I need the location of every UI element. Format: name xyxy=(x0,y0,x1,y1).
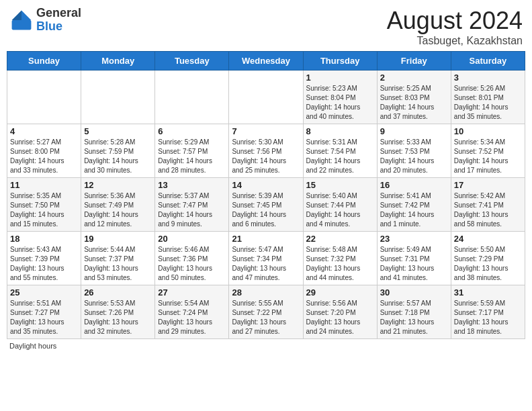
calendar-cell-w1-d2 xyxy=(81,71,155,124)
logo: General Blue xyxy=(9,7,81,34)
calendar-cell-w4-d3: 20Sunrise: 5:46 AMSunset: 7:36 PMDayligh… xyxy=(155,232,229,285)
day-number: 4 xyxy=(10,126,78,136)
col-thursday: Thursday xyxy=(303,52,377,71)
day-info: Sunrise: 5:30 AMSunset: 7:56 PMDaylight:… xyxy=(232,138,300,175)
calendar-table: Sunday Monday Tuesday Wednesday Thursday… xyxy=(7,51,525,339)
day-info: Sunrise: 5:44 AMSunset: 7:37 PMDaylight:… xyxy=(84,245,152,283)
day-info: Sunrise: 5:37 AMSunset: 7:47 PMDaylight:… xyxy=(158,191,226,229)
day-number: 10 xyxy=(454,126,522,136)
calendar-cell-w2-d7: 10Sunrise: 5:34 AMSunset: 7:52 PMDayligh… xyxy=(451,124,525,178)
calendar-cell-w3-d5: 15Sunrise: 5:40 AMSunset: 7:44 PMDayligh… xyxy=(303,178,377,232)
svg-rect-2 xyxy=(12,20,32,30)
day-info: Sunrise: 5:42 AMSunset: 7:41 PMDaylight:… xyxy=(454,191,522,229)
day-number: 30 xyxy=(380,287,448,298)
calendar-cell-w3-d7: 17Sunrise: 5:42 AMSunset: 7:41 PMDayligh… xyxy=(451,178,525,232)
day-info: Sunrise: 5:40 AMSunset: 7:44 PMDaylight:… xyxy=(306,191,374,229)
day-info: Sunrise: 5:57 AMSunset: 7:18 PMDaylight:… xyxy=(380,299,448,336)
calendar-week-5: 25Sunrise: 5:51 AMSunset: 7:27 PMDayligh… xyxy=(7,285,525,339)
day-info: Sunrise: 5:34 AMSunset: 7:52 PMDaylight:… xyxy=(454,138,522,175)
day-number: 2 xyxy=(380,73,448,83)
logo-icon xyxy=(9,8,34,32)
day-number: 19 xyxy=(84,234,152,244)
day-info: Sunrise: 5:36 AMSunset: 7:49 PMDaylight:… xyxy=(84,191,152,229)
day-number: 13 xyxy=(158,180,226,190)
day-info: Sunrise: 5:28 AMSunset: 7:59 PMDaylight:… xyxy=(84,138,152,175)
daylight-label: Daylight hours xyxy=(9,342,56,350)
day-info: Sunrise: 5:48 AMSunset: 7:32 PMDaylight:… xyxy=(306,245,374,283)
logo-text: General Blue xyxy=(36,7,81,34)
calendar-cell-w5-d6: 30Sunrise: 5:57 AMSunset: 7:18 PMDayligh… xyxy=(377,285,451,339)
day-info: Sunrise: 5:56 AMSunset: 7:20 PMDaylight:… xyxy=(306,299,374,336)
day-number: 21 xyxy=(232,234,300,244)
col-saturday: Saturday xyxy=(451,52,525,71)
day-info: Sunrise: 5:53 AMSunset: 7:26 PMDaylight:… xyxy=(84,299,152,336)
calendar-cell-w5-d5: 29Sunrise: 5:56 AMSunset: 7:20 PMDayligh… xyxy=(303,285,377,339)
day-info: Sunrise: 5:41 AMSunset: 7:42 PMDaylight:… xyxy=(380,191,448,229)
day-info: Sunrise: 5:31 AMSunset: 7:54 PMDaylight:… xyxy=(306,138,374,175)
day-info: Sunrise: 5:35 AMSunset: 7:50 PMDaylight:… xyxy=(10,191,78,229)
calendar-week-4: 18Sunrise: 5:43 AMSunset: 7:39 PMDayligh… xyxy=(7,232,525,285)
day-number: 3 xyxy=(454,73,522,83)
col-friday: Friday xyxy=(377,52,451,71)
day-number: 22 xyxy=(306,234,374,244)
day-number: 15 xyxy=(306,180,374,190)
calendar-cell-w2-d2: 5Sunrise: 5:28 AMSunset: 7:59 PMDaylight… xyxy=(81,124,155,178)
calendar-title: August 2024 xyxy=(387,7,523,35)
day-number: 17 xyxy=(454,180,522,190)
day-number: 24 xyxy=(454,234,522,244)
calendar-cell-w5-d7: 31Sunrise: 5:59 AMSunset: 7:17 PMDayligh… xyxy=(451,285,525,339)
day-info: Sunrise: 5:55 AMSunset: 7:22 PMDaylight:… xyxy=(232,299,300,336)
day-number: 18 xyxy=(10,234,78,244)
calendar-cell-w2-d5: 8Sunrise: 5:31 AMSunset: 7:54 PMDaylight… xyxy=(303,124,377,178)
day-info: Sunrise: 5:43 AMSunset: 7:39 PMDaylight:… xyxy=(10,245,78,283)
page-header: General Blue August 2024 Tasbuget, Kazak… xyxy=(7,7,525,47)
day-number: 12 xyxy=(84,180,152,190)
day-info: Sunrise: 5:29 AMSunset: 7:57 PMDaylight:… xyxy=(158,138,226,175)
day-info: Sunrise: 5:39 AMSunset: 7:45 PMDaylight:… xyxy=(232,191,300,229)
calendar-cell-w2-d4: 7Sunrise: 5:30 AMSunset: 7:56 PMDaylight… xyxy=(229,124,303,178)
calendar-cell-w5-d4: 28Sunrise: 5:55 AMSunset: 7:22 PMDayligh… xyxy=(229,285,303,339)
calendar-cell-w4-d7: 24Sunrise: 5:50 AMSunset: 7:29 PMDayligh… xyxy=(451,232,525,285)
day-number: 7 xyxy=(232,126,300,136)
day-number: 31 xyxy=(454,287,522,298)
day-number: 14 xyxy=(232,180,300,190)
day-number: 23 xyxy=(380,234,448,244)
day-info: Sunrise: 5:47 AMSunset: 7:34 PMDaylight:… xyxy=(232,245,300,283)
calendar-week-1: 1Sunrise: 5:23 AMSunset: 8:04 PMDaylight… xyxy=(7,71,525,124)
svg-marker-1 xyxy=(12,10,21,19)
day-number: 9 xyxy=(380,126,448,136)
calendar-cell-w2-d6: 9Sunrise: 5:33 AMSunset: 7:53 PMDaylight… xyxy=(377,124,451,178)
day-number: 16 xyxy=(380,180,448,190)
calendar-cell-w1-d6: 2Sunrise: 5:25 AMSunset: 8:03 PMDaylight… xyxy=(377,71,451,124)
day-number: 25 xyxy=(10,287,78,298)
title-block: August 2024 Tasbuget, Kazakhstan xyxy=(387,7,523,47)
day-number: 20 xyxy=(158,234,226,244)
day-info: Sunrise: 5:46 AMSunset: 7:36 PMDaylight:… xyxy=(158,245,226,283)
calendar-cell-w4-d2: 19Sunrise: 5:44 AMSunset: 7:37 PMDayligh… xyxy=(81,232,155,285)
day-info: Sunrise: 5:50 AMSunset: 7:29 PMDaylight:… xyxy=(454,245,522,283)
day-info: Sunrise: 5:51 AMSunset: 7:27 PMDaylight:… xyxy=(10,299,78,336)
col-tuesday: Tuesday xyxy=(155,52,229,71)
calendar-cell-w3-d1: 11Sunrise: 5:35 AMSunset: 7:50 PMDayligh… xyxy=(7,178,81,232)
day-number: 5 xyxy=(84,126,152,136)
col-wednesday: Wednesday xyxy=(229,52,303,71)
calendar-cell-w5-d3: 27Sunrise: 5:54 AMSunset: 7:24 PMDayligh… xyxy=(155,285,229,339)
logo-blue-text: Blue xyxy=(36,20,81,34)
day-number: 11 xyxy=(10,180,78,190)
logo-general-text: General xyxy=(36,7,81,20)
calendar-cell-w3-d4: 14Sunrise: 5:39 AMSunset: 7:45 PMDayligh… xyxy=(229,178,303,232)
day-info: Sunrise: 5:59 AMSunset: 7:17 PMDaylight:… xyxy=(454,299,522,336)
day-number: 6 xyxy=(158,126,226,136)
calendar-cell-w4-d4: 21Sunrise: 5:47 AMSunset: 7:34 PMDayligh… xyxy=(229,232,303,285)
col-monday: Monday xyxy=(81,52,155,71)
calendar-cell-w3-d2: 12Sunrise: 5:36 AMSunset: 7:49 PMDayligh… xyxy=(81,178,155,232)
calendar-cell-w4-d5: 22Sunrise: 5:48 AMSunset: 7:32 PMDayligh… xyxy=(303,232,377,285)
calendar-cell-w1-d5: 1Sunrise: 5:23 AMSunset: 8:04 PMDaylight… xyxy=(303,71,377,124)
calendar-cell-w4-d1: 18Sunrise: 5:43 AMSunset: 7:39 PMDayligh… xyxy=(7,232,81,285)
calendar-cell-w5-d1: 25Sunrise: 5:51 AMSunset: 7:27 PMDayligh… xyxy=(7,285,81,339)
calendar-cell-w3-d3: 13Sunrise: 5:37 AMSunset: 7:47 PMDayligh… xyxy=(155,178,229,232)
day-info: Sunrise: 5:33 AMSunset: 7:53 PMDaylight:… xyxy=(380,138,448,175)
day-number: 1 xyxy=(306,73,374,83)
day-number: 26 xyxy=(84,287,152,298)
day-number: 28 xyxy=(232,287,300,298)
